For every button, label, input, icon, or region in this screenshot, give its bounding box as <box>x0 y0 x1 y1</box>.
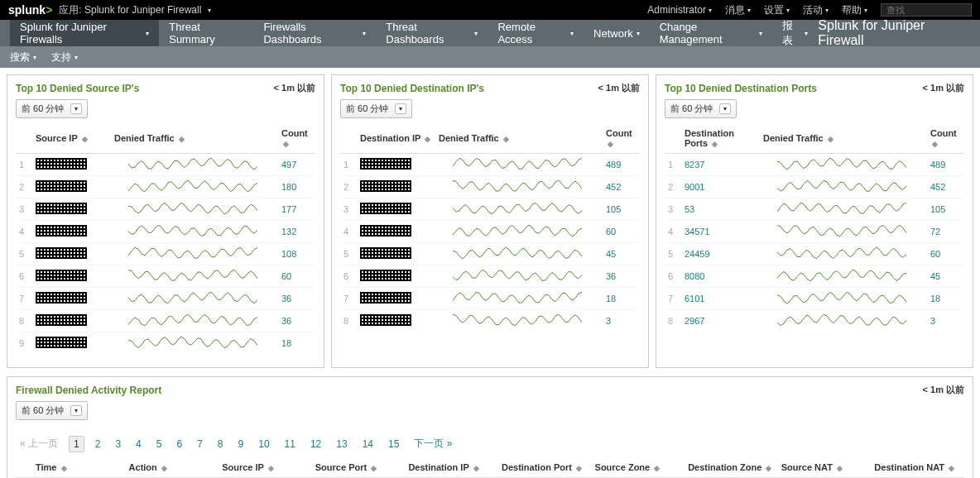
col-header[interactable]: Denied Traffic ◆ <box>435 125 603 154</box>
count-link[interactable]: 108 <box>281 249 296 259</box>
count-link[interactable]: 18 <box>930 294 940 304</box>
pager-page-2[interactable]: 2 <box>91 437 105 452</box>
panel-top-10-denied-destination-ip-s: Top 10 Denied Destination IP's< 1m 以前前 6… <box>331 74 649 368</box>
nav-firewalls-dashboards[interactable]: Firewalls Dashboards ▾ <box>253 20 376 46</box>
count-link[interactable]: 497 <box>281 160 296 170</box>
topbar-right: Administrator ▾消息 ▾设置 ▾活动 ▾帮助 ▾ <box>647 3 972 17</box>
col-header[interactable]: Time ◆ <box>32 459 126 478</box>
pager-page-3[interactable]: 3 <box>111 437 125 452</box>
timerange-picker[interactable]: 前 60 分钟▾ <box>665 99 737 118</box>
timerange-picker[interactable]: 前 60 分钟▾ <box>340 99 412 118</box>
pager-prev[interactable]: « 上一页 <box>16 435 62 452</box>
logo[interactable]: splunk> <box>8 3 52 17</box>
subnav-支持[interactable]: 支持 ▾ <box>51 50 78 65</box>
count-link[interactable]: 18 <box>606 294 616 304</box>
pager-page-9[interactable]: 9 <box>234 437 248 452</box>
count-link[interactable]: 177 <box>281 204 296 214</box>
count-link[interactable]: 18 <box>281 338 291 348</box>
count-link[interactable]: 45 <box>930 271 940 281</box>
topbar-menu-设置[interactable]: 设置 ▾ <box>764 3 790 17</box>
nav-报表[interactable]: 报表 ▾ <box>772 20 819 46</box>
count-link[interactable]: 452 <box>606 182 621 192</box>
port-link[interactable]: 9001 <box>685 182 704 192</box>
topbar-menu-消息[interactable]: 消息 ▾ <box>725 3 751 17</box>
count-link[interactable]: 132 <box>281 227 296 237</box>
subnav-搜索[interactable]: 搜索 ▾ <box>10 50 36 65</box>
count-link[interactable]: 3 <box>606 316 611 326</box>
col-header[interactable]: Destination NAT ◆ <box>871 459 964 478</box>
col-header[interactable]: Source IP ◆ <box>219 459 312 478</box>
port-link[interactable]: 6101 <box>685 294 704 304</box>
count-link[interactable]: 36 <box>281 316 291 326</box>
table-row: 6808045 <box>665 265 964 288</box>
col-header[interactable]: Count ◆ <box>278 125 315 154</box>
nav-change-management[interactable]: Change Management ▾ <box>650 20 772 46</box>
pager-page-12[interactable]: 12 <box>306 437 325 452</box>
pager-page-15[interactable]: 15 <box>384 437 403 452</box>
pager-page-8[interactable]: 8 <box>214 437 228 452</box>
redacted-ip <box>360 225 411 237</box>
col-header[interactable]: Source NAT ◆ <box>778 459 872 478</box>
count-link[interactable]: 60 <box>281 271 291 281</box>
pager-page-10[interactable]: 10 <box>254 437 273 452</box>
col-header[interactable]: Source Port ◆ <box>312 459 406 478</box>
col-header[interactable]: Destination Zone ◆ <box>685 459 778 478</box>
chevron-down-icon: ▾ <box>805 30 808 37</box>
nav-threat-dashboards[interactable]: Threat Dashboards ▾ <box>376 20 488 46</box>
count-link[interactable]: 45 <box>606 249 616 259</box>
col-header[interactable]: Source Zone ◆ <box>592 459 685 478</box>
global-search-input[interactable] <box>881 3 972 17</box>
col-header[interactable]: Destination IP ◆ <box>357 125 435 154</box>
count-link[interactable]: 489 <box>606 160 621 170</box>
col-header[interactable]: Count ◆ <box>603 125 640 154</box>
count-link[interactable]: 180 <box>281 182 296 192</box>
nav-threat-summary[interactable]: Threat Summary <box>159 20 253 46</box>
chevron-down-icon: ▾ <box>208 7 211 14</box>
count-link[interactable]: 3 <box>930 316 935 326</box>
pager-page-6[interactable]: 6 <box>172 437 186 452</box>
col-header[interactable]: Denied Traffic ◆ <box>111 125 278 154</box>
pager-page-14[interactable]: 14 <box>358 437 377 452</box>
nav-network[interactable]: Network ▾ <box>584 20 650 46</box>
count-link[interactable]: 36 <box>606 271 616 281</box>
topbar-menu-活动[interactable]: 活动 ▾ <box>803 3 829 17</box>
chevron-down-icon: ▾ <box>363 30 366 37</box>
count-link[interactable]: 60 <box>606 227 616 237</box>
port-link[interactable]: 2967 <box>685 316 704 326</box>
count-link[interactable]: 452 <box>930 182 945 192</box>
port-link[interactable]: 53 <box>685 204 694 214</box>
col-header[interactable]: Count ◆ <box>927 125 964 154</box>
pager-next[interactable]: 下一页 » <box>410 435 456 452</box>
timerange-picker[interactable]: 前 60 分钟 ▾ <box>16 401 88 420</box>
port-link[interactable]: 24459 <box>685 249 710 259</box>
sub-nav: 搜索 ▾支持 ▾ <box>0 46 980 68</box>
pager-page-11[interactable]: 11 <box>281 437 300 452</box>
table-row: 18237489 <box>665 154 964 176</box>
port-link[interactable]: 8080 <box>685 271 704 281</box>
pager-page-13[interactable]: 13 <box>332 437 351 452</box>
col-header[interactable]: Action ◆ <box>126 459 219 478</box>
col-header[interactable]: Destination IP ◆ <box>405 459 498 478</box>
count-link[interactable]: 60 <box>930 249 940 259</box>
port-link[interactable]: 8237 <box>685 160 704 170</box>
count-link[interactable]: 105 <box>606 204 621 214</box>
pager-page-4[interactable]: 4 <box>132 437 146 452</box>
nav-splunk-for-juniper-firewalls[interactable]: Splunk for Juniper Firewalls ▾ <box>10 20 159 46</box>
pager-page-7[interactable]: 7 <box>193 437 207 452</box>
pager-page-5[interactable]: 5 <box>152 437 166 452</box>
col-header[interactable]: Destination Ports ◆ <box>681 125 760 154</box>
topbar-menu-administrator[interactable]: Administrator ▾ <box>647 4 712 16</box>
count-link[interactable]: 36 <box>281 294 291 304</box>
count-link[interactable]: 72 <box>930 227 940 237</box>
col-header[interactable]: Destination Port ◆ <box>498 459 592 478</box>
port-link[interactable]: 34571 <box>685 227 710 237</box>
pager-page-1[interactable]: 1 <box>69 436 84 452</box>
timerange-picker[interactable]: 前 60 分钟▾ <box>16 99 88 118</box>
topbar-menu-帮助[interactable]: 帮助 ▾ <box>842 3 867 17</box>
col-header[interactable]: Denied Traffic ◆ <box>760 125 927 154</box>
app-context[interactable]: 应用: Splunk for Juniper Firewall <box>59 3 201 17</box>
count-link[interactable]: 105 <box>930 204 945 214</box>
nav-remote-access[interactable]: Remote Access ▾ <box>488 20 584 46</box>
count-link[interactable]: 489 <box>930 160 945 170</box>
col-header[interactable]: Source IP ◆ <box>32 125 111 154</box>
